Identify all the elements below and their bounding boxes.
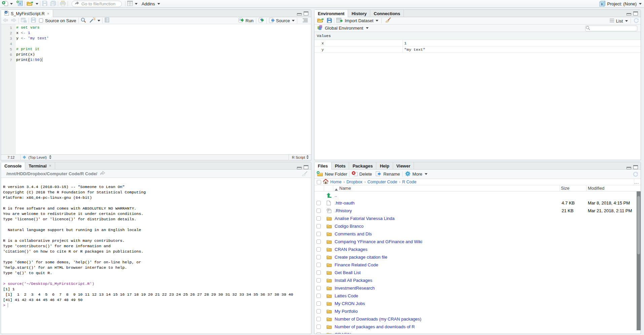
svg-text:R: R xyxy=(5,11,7,14)
svg-text:R: R xyxy=(19,2,21,5)
svg-text:R: R xyxy=(601,2,603,6)
